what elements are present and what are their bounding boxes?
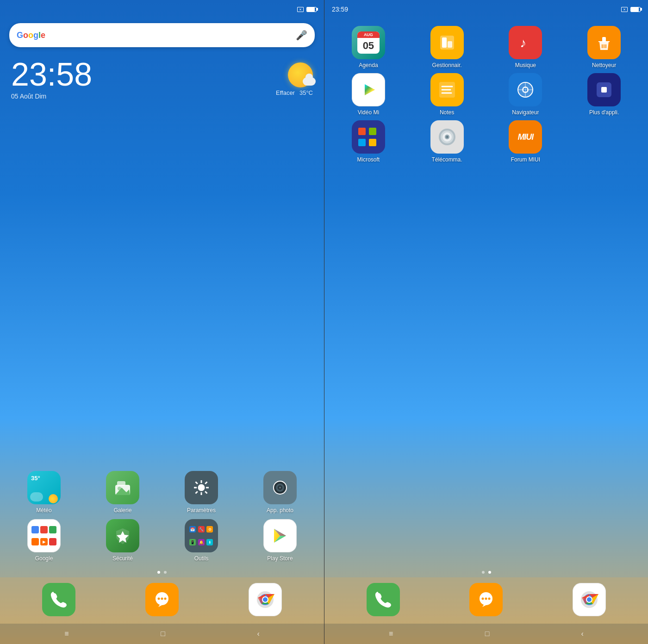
right-page-dots [324, 567, 648, 577]
svg-point-53 [587, 597, 592, 602]
app-agenda[interactable]: AUG 05 Agenda [332, 26, 405, 68]
right-battery-icon [630, 7, 641, 12]
dock-messages[interactable] [145, 583, 179, 616]
app-gestionnaire[interactable]: Gestionnair. [411, 26, 484, 68]
musique-label: Musique [515, 62, 536, 68]
agenda-icon: AUG 05 [352, 26, 385, 59]
musique-icon: ♪ [509, 26, 542, 59]
outils-label: Outils [194, 555, 209, 562]
plusdappli-label: Plus d'appli. [589, 109, 619, 116]
telecomma-label: Télécomma. [432, 156, 462, 163]
weather-temp: 35°C [299, 89, 313, 96]
svg-rect-25 [602, 37, 606, 42]
right-status-bar: 23:59 [324, 0, 648, 19]
app-nettoyeur[interactable]: Nettoyeur [567, 26, 641, 68]
weather-clear: Effacer [276, 89, 295, 96]
app-notes[interactable]: Notes [411, 73, 484, 116]
nav-back[interactable]: ‹ [257, 630, 259, 638]
app-empty [567, 120, 641, 163]
forummiui-label: Forum MIUI [511, 156, 540, 163]
svg-marker-29 [365, 84, 375, 95]
clock-widget: 23:58 05 Août Dim Effacer 35°C [0, 54, 324, 105]
screen-record-icon [297, 7, 304, 12]
svg-text:♪: ♪ [520, 36, 526, 50]
photo-label: App. photo [267, 507, 293, 514]
left-status-icons [297, 7, 317, 12]
app-telecomma[interactable]: Télécomma. [411, 120, 484, 163]
svg-point-47 [482, 598, 484, 600]
parametres-icon [185, 471, 218, 504]
svg-point-10 [280, 487, 280, 488]
right-screen: 23:59 AUG 05 Agenda [324, 0, 648, 644]
meteo-icon: 35° [27, 471, 61, 504]
app-forummiui[interactable]: MIUI Forum MIUI [489, 120, 562, 163]
gestionnaire-label: Gestionnair. [432, 62, 462, 68]
right-dock-phone[interactable] [367, 583, 400, 616]
nav-menu[interactable]: ≡ [64, 630, 69, 638]
right-nav-menu[interactable]: ≡ [389, 630, 393, 638]
app-navigateur[interactable]: Navigateur [489, 73, 562, 116]
svg-rect-23 [448, 41, 452, 48]
navigateur-label: Navigateur [512, 109, 539, 116]
weather-widget: Effacer 35°C [276, 62, 313, 96]
app-photo[interactable]: App. photo [243, 471, 317, 514]
dock-chrome[interactable] [249, 583, 282, 616]
photo-icon [263, 471, 297, 504]
svg-marker-46 [482, 604, 488, 607]
right-app-row2: Vidéo Mi Notes [329, 73, 643, 120]
right-dock-chrome[interactable] [573, 583, 606, 616]
notes-label: Notes [440, 109, 454, 116]
galerie-label: Galerie [114, 507, 132, 514]
app-videomi[interactable]: Vidéo Mi [332, 73, 405, 116]
videomi-icon [352, 73, 385, 106]
playstore-label: Play Store [267, 555, 293, 562]
nettoyeur-label: Nettoyeur [592, 62, 616, 68]
app-google[interactable]: ▶ Google [7, 519, 81, 562]
nav-home[interactable]: □ [161, 630, 165, 638]
meteo-label: Météo [36, 507, 51, 514]
right-app-row3: Microsoft Télécomma. MIU [329, 120, 643, 167]
svg-point-16 [164, 598, 166, 600]
mic-icon[interactable]: 🎤 [296, 30, 307, 41]
svg-point-20 [263, 597, 268, 602]
clock-date: 05 Août Dim [11, 93, 92, 100]
app-meteo[interactable]: 35° Météo [7, 471, 81, 514]
google-search-bar[interactable]: Google 🎤 [9, 23, 315, 47]
microsoft-label: Microsoft [357, 156, 380, 163]
plusdappli-icon: f [587, 73, 621, 106]
right-nav-bar: ≡ □ ‹ [324, 624, 648, 644]
parametres-label: Paramètres [187, 507, 216, 514]
dock-phone[interactable] [42, 583, 75, 616]
right-nav-back[interactable]: ‹ [581, 630, 584, 638]
app-securite[interactable]: Sécurité [86, 519, 159, 562]
right-app-row1: AUG 05 Agenda Gestionnair. [329, 26, 643, 73]
svg-point-15 [161, 598, 163, 600]
weather-icon [288, 62, 313, 87]
weather-cloud [303, 77, 316, 86]
app-musique[interactable]: ♪ Musique [489, 26, 562, 68]
svg-point-49 [488, 598, 491, 600]
svg-rect-22 [442, 37, 447, 48]
dot-1 [157, 571, 160, 574]
galerie-icon [106, 471, 139, 504]
app-plusdappli[interactable]: f Plus d'appli. [567, 73, 641, 116]
right-nav-home[interactable]: □ [485, 630, 490, 638]
videomi-label: Vidéo Mi [358, 109, 379, 116]
right-dot-1 [482, 571, 485, 574]
securite-label: Sécurité [112, 555, 133, 562]
nettoyeur-icon [587, 26, 621, 59]
telecomma-icon [430, 120, 464, 154]
app-parametres[interactable]: Paramètres [165, 471, 238, 514]
dot-2 [164, 571, 167, 574]
app-galerie[interactable]: Galerie [86, 471, 159, 514]
app-playstore[interactable]: Play Store [243, 519, 317, 562]
right-dock-messages[interactable] [469, 583, 503, 616]
left-dock [0, 577, 324, 624]
svg-point-14 [157, 598, 160, 600]
battery-icon [306, 7, 317, 12]
app-microsoft[interactable]: Microsoft [332, 120, 405, 163]
google-logo: Google [17, 31, 45, 40]
app-outils[interactable]: 📅 🔧 ⚙ 📱 🔔 ⬇ Outils [165, 519, 238, 562]
clock-time: 23:58 [11, 58, 92, 91]
right-dot-2 [488, 571, 491, 574]
